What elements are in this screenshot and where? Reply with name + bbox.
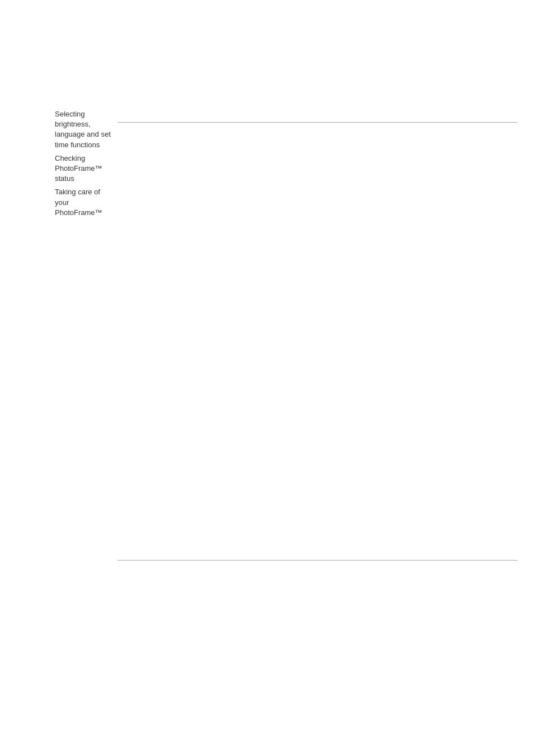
nav-group-taking-care[interactable]: Taking care of your PhotoFrame™ xyxy=(55,187,114,218)
nav-group-selecting[interactable]: Selecting brightness, language and set t… xyxy=(55,109,114,150)
sidebar-item-selecting[interactable]: Selecting brightness, language and set t… xyxy=(55,109,114,150)
sidebar-navigation: Selecting brightness, language and set t… xyxy=(55,109,114,221)
nav-group-checking[interactable]: Checking PhotoFrame™ status xyxy=(55,153,114,184)
sidebar-item-checking[interactable]: Checking PhotoFrame™ status xyxy=(55,153,114,184)
sidebar-item-taking-care[interactable]: Taking care of your PhotoFrame™ xyxy=(55,187,114,218)
bottom-divider xyxy=(118,560,517,561)
page-container: Selecting brightness, language and set t… xyxy=(0,0,534,756)
top-divider xyxy=(118,122,517,123)
